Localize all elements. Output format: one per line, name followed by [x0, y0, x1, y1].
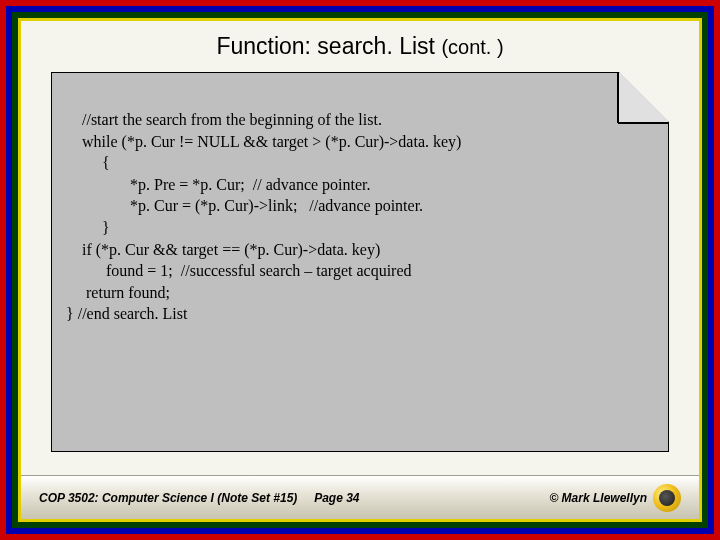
footer-page: Page 34 [314, 491, 497, 505]
code-line: return found; [66, 282, 654, 304]
footer-author: © Mark Llewellyn [549, 491, 647, 505]
slide-title: Function: search. List (cont. ) [21, 21, 699, 68]
code-box: //start the search from the beginning of… [51, 72, 669, 452]
code-line: { [66, 152, 654, 174]
title-main: Function: search. List [216, 33, 435, 59]
ucf-logo-icon [653, 484, 681, 512]
slide-content: Function: search. List (cont. ) //start … [21, 21, 699, 519]
code-block: //start the search from the beginning of… [66, 109, 654, 325]
code-line: if (*p. Cur && target == (*p. Cur)->data… [66, 239, 654, 261]
footer-bar: COP 3502: Computer Science I (Note Set #… [21, 475, 699, 519]
footer-author-block: © Mark Llewellyn [498, 484, 681, 512]
code-line: } [66, 217, 654, 239]
page-fold [619, 72, 669, 122]
frame-yellow: Function: search. List (cont. ) //start … [18, 18, 702, 522]
code-line: *p. Pre = *p. Cur; // advance pointer. [66, 174, 654, 196]
title-cont: (cont. ) [441, 36, 503, 58]
code-line: *p. Cur = (*p. Cur)->link; //advance poi… [66, 195, 654, 217]
frame-blue: Function: search. List (cont. ) //start … [6, 6, 714, 534]
code-line: found = 1; //successful search – target … [66, 260, 654, 282]
code-line: while (*p. Cur != NULL && target > (*p. … [66, 131, 654, 153]
code-line: //start the search from the beginning of… [66, 109, 654, 131]
frame-green: Function: search. List (cont. ) //start … [12, 12, 708, 528]
code-line: } //end search. List [66, 303, 654, 325]
frame-red: Function: search. List (cont. ) //start … [0, 0, 720, 540]
footer-course: COP 3502: Computer Science I (Note Set #… [39, 491, 314, 505]
